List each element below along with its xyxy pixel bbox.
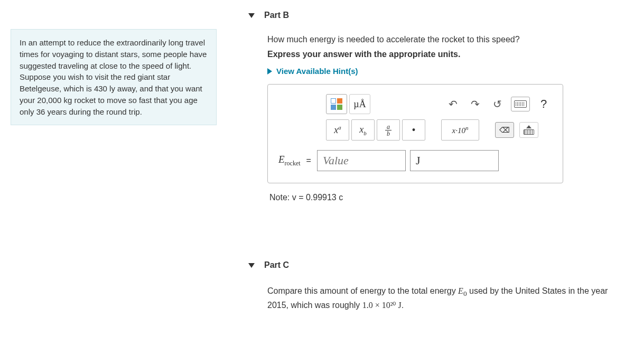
- fraction-button[interactable]: ab: [377, 119, 400, 141]
- redo-button[interactable]: ↷: [467, 96, 483, 113]
- superscript-button[interactable]: xa: [326, 119, 349, 141]
- input-row: Erocket =: [278, 150, 552, 171]
- dot-button[interactable]: •: [402, 119, 425, 141]
- help-icon: ?: [540, 97, 547, 111]
- part-c-header[interactable]: Part C: [248, 255, 623, 275]
- templates-button[interactable]: [326, 94, 347, 114]
- clear-button[interactable]: ⌫: [495, 122, 514, 138]
- toolbar-format: xa xb ab • x·10n ⌫: [326, 119, 552, 141]
- value-input[interactable]: [317, 150, 406, 171]
- special-chars-button[interactable]: µÅ: [349, 94, 370, 114]
- view-hints-link[interactable]: View Available Hint(s): [267, 67, 623, 76]
- redo-icon: ↷: [471, 98, 480, 110]
- part-b-instruction: Express your answer with the appropriate…: [267, 50, 623, 59]
- answer-box: µÅ ↶ ↷ ↺ ?: [267, 84, 563, 183]
- variable-label: Erocket: [278, 154, 301, 167]
- caret-right-icon: [267, 68, 272, 74]
- unit-input[interactable]: [410, 150, 499, 171]
- triangle-up-icon: [526, 125, 532, 128]
- backspace-icon: ⌫: [499, 126, 510, 134]
- keyboard-toggle-button[interactable]: [519, 122, 538, 138]
- equals-sign: =: [306, 156, 311, 165]
- scientific-button[interactable]: x·10n: [441, 119, 479, 141]
- reset-button[interactable]: ↺: [489, 96, 506, 113]
- problem-statement: In an attempt to reduce the extraordinar…: [11, 29, 217, 125]
- keyboard-icon: [514, 100, 527, 108]
- part-c-title: Part C: [264, 260, 289, 270]
- hints-label: View Available Hint(s): [276, 67, 358, 76]
- reset-icon: ↺: [493, 98, 502, 110]
- undo-icon: ↶: [449, 98, 458, 110]
- help-button[interactable]: ?: [535, 96, 552, 113]
- part-c-text: Compare this amount of energy to the tot…: [267, 285, 623, 312]
- caret-down-icon: [248, 263, 255, 268]
- toolbar-top: µÅ ↶ ↷ ↺ ?: [326, 94, 552, 114]
- note-text: Note: v = 0.99913 c: [267, 193, 623, 202]
- part-b-title: Part B: [264, 11, 289, 20]
- caret-down-icon: [248, 13, 255, 18]
- templates-icon: [331, 98, 342, 110]
- undo-button[interactable]: ↶: [444, 96, 461, 113]
- part-b-question: How much energy is needed to accelerate …: [267, 35, 623, 44]
- part-b-header[interactable]: Part B: [248, 5, 623, 25]
- keyboard-mini-icon: [524, 129, 534, 135]
- keyboard-button[interactable]: [511, 97, 530, 111]
- subscript-button[interactable]: xb: [351, 119, 375, 141]
- problem-text: In an attempt to reduce the extraordinar…: [20, 38, 207, 116]
